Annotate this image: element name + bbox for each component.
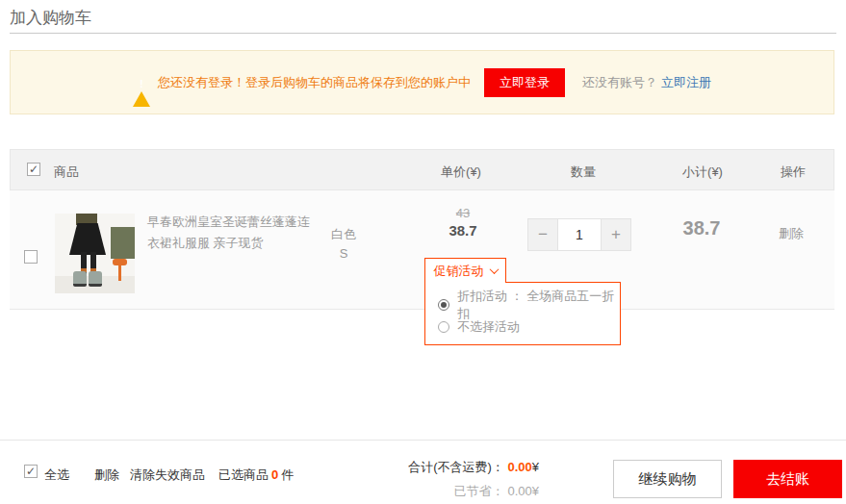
product-image[interactable]	[55, 214, 135, 293]
radio-unselected-icon[interactable]	[438, 321, 449, 333]
saved-value: 0.00¥	[507, 484, 539, 498]
variant-color: 白色	[331, 225, 356, 244]
item-subtotal: 38.7	[683, 217, 721, 239]
cart-item-row: 早春欧洲皇室圣诞蕾丝蓬蓬连衣裙礼服服 亲子现货 白色 S 43 38.7 − +…	[10, 190, 834, 310]
promotion-option-discount[interactable]: 折扣活动 ： 全场商品五一折扣	[438, 293, 620, 315]
footer-delete-link[interactable]: 删除	[94, 466, 119, 484]
total-line: 合计(不含运费)： 0.00¥	[346, 459, 539, 476]
header-unit-price: 单价(¥)	[441, 164, 481, 181]
register-now-link[interactable]: 立即注册	[661, 74, 711, 91]
checkout-button[interactable]: 去结账	[733, 460, 842, 498]
original-price: 43	[456, 206, 470, 220]
header-quantity: 数量	[571, 164, 596, 181]
header-product: 商品	[54, 164, 79, 181]
image-stool	[113, 259, 127, 265]
promotion-label: 促销活动	[434, 263, 484, 280]
header-subtotal: 小计(¥)	[682, 164, 723, 181]
clear-invalid-link[interactable]: 清除失效商品	[130, 466, 205, 484]
quantity-stepper: − +	[527, 218, 631, 251]
quantity-increase-button[interactable]: +	[602, 219, 630, 250]
totals-block: 合计(不含运费)： 0.00¥ 已节省： 0.00¥	[346, 459, 539, 500]
image-stool-leg	[118, 265, 121, 281]
continue-shopping-button[interactable]: 继续购物	[613, 460, 722, 498]
promotion-option-label: 不选择活动	[457, 318, 520, 336]
selected-count: 0	[271, 467, 278, 482]
total-label: 合计(不含运费)：	[408, 460, 504, 474]
header-action: 操作	[781, 164, 806, 181]
select-all-label[interactable]: 全选	[44, 466, 69, 484]
image-tutu-skirt	[69, 223, 106, 255]
image-cabinet	[111, 227, 135, 259]
saved-line: 已节省： 0.00¥	[346, 483, 539, 500]
no-account-text: 还没有账号？	[582, 74, 657, 91]
select-all-footer-checkbox[interactable]	[24, 465, 38, 478]
login-warning-message: 您还没有登录！登录后购物车的商品将保存到您的账户中	[158, 74, 471, 91]
cart-table-header: 商品 单价(¥) 数量 小计(¥) 操作	[10, 149, 834, 190]
select-all-header-checkbox[interactable]	[27, 163, 40, 176]
page-title: 加入购物车	[10, 7, 91, 29]
image-boot-left	[73, 271, 87, 287]
quantity-input[interactable]	[557, 219, 602, 250]
login-warning-banner: ! 您还没有登录！登录后购物车的商品将保存到您的账户中 立即登录 还没有账号？ …	[10, 50, 834, 114]
item-checkbox[interactable]	[24, 250, 38, 264]
saved-label: 已节省：	[454, 484, 504, 498]
promotion-option-label: 折扣活动 ： 全场商品五一折扣	[457, 288, 620, 322]
total-value: 0.00	[507, 460, 531, 474]
promotion-dropdown-toggle[interactable]: 促销活动	[424, 258, 506, 283]
unit-price: 38.7	[449, 222, 476, 239]
promotion-dropdown-panel: 折扣活动 ： 全场商品五一折扣 不选择活动	[424, 282, 621, 345]
product-name[interactable]: 早春欧洲皇室圣诞蕾丝蓬蓬连衣裙礼服服 亲子现货	[147, 212, 320, 254]
variant-size: S	[331, 244, 356, 264]
item-delete-link[interactable]: 删除	[779, 225, 804, 242]
warning-triangle-icon: !	[133, 75, 150, 90]
cart-footer-bar: 全选 删除 清除失效商品 已选商品0件 合计(不含运费)： 0.00¥ 已节省：…	[0, 440, 846, 504]
login-now-button[interactable]: 立即登录	[484, 68, 565, 97]
selected-suffix: 件	[281, 467, 294, 482]
selected-count-text: 已选商品0件	[218, 466, 294, 484]
radio-selected-icon[interactable]	[438, 299, 449, 311]
product-variant: 白色 S	[331, 225, 356, 264]
title-divider	[10, 33, 836, 34]
total-currency: ¥	[532, 460, 539, 474]
selected-prefix: 已选商品	[218, 467, 269, 482]
chevron-down-icon	[489, 265, 499, 274]
image-boot-right	[89, 271, 102, 287]
quantity-decrease-button[interactable]: −	[528, 219, 557, 250]
